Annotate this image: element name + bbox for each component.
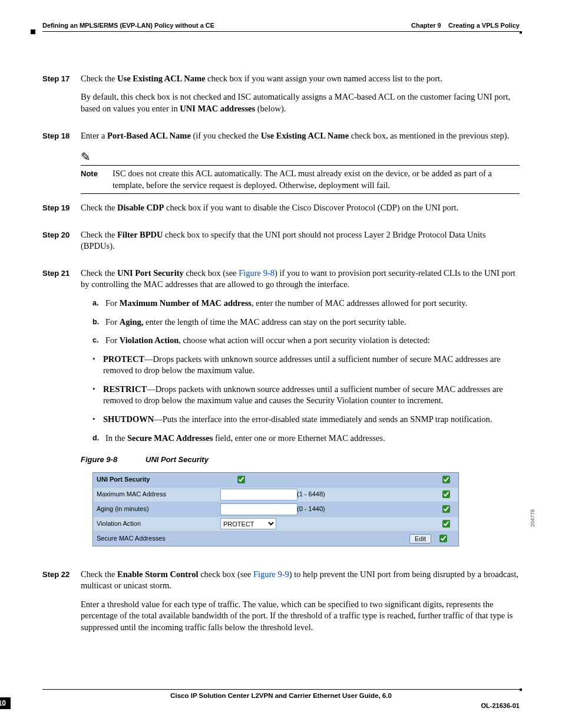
step-21: Step 21 Check the UNI Port Security chec… — [42, 268, 520, 561]
step-body: Check the Use Existing ACL Name check bo… — [81, 73, 520, 122]
step-18: Step 18 Enter a Port-Based ACL Name (if … — [42, 130, 520, 195]
document-number: OL-21636-01 — [481, 701, 520, 710]
note-block: ✎ Note ISC does not create this ACL auto… — [81, 149, 520, 194]
step-22: Step 22 Check the Enable Storm Control c… — [42, 569, 520, 641]
row-label: Secure MAC Addresses — [97, 534, 220, 543]
pencil-icon: ✎ — [81, 151, 113, 163]
step-20: Step 20 Check the Filter BPDU check box … — [42, 229, 520, 259]
step-17: Step 17 Check the Use Existing ACL Name … — [42, 73, 520, 122]
step-label: Step 21 — [42, 268, 81, 561]
editable-checkbox[interactable] — [442, 476, 450, 483]
violation-action-select[interactable]: PROTECT — [220, 518, 276, 529]
step-body: Check the Enable Storm Control check box… — [81, 569, 520, 641]
range-hint: (0 - 1440) — [297, 505, 350, 513]
step-label: Step 20 — [42, 229, 81, 259]
row-label: Aging (in minutes) — [97, 505, 220, 513]
edit-button[interactable]: Edit — [409, 534, 431, 543]
list-item: •SHUTDOWN—Puts the interface into the er… — [92, 414, 520, 426]
step-label: Step 18 — [42, 130, 81, 195]
body-content: Step 17 Check the Use Existing ACL Name … — [42, 73, 520, 641]
figure-caption: Figure 9-8UNI Port Security — [81, 454, 520, 465]
editable-checkbox[interactable] — [442, 490, 450, 498]
bullet-icon: • — [92, 384, 103, 407]
paragraph: Check the Use Existing ACL Name check bo… — [81, 73, 520, 85]
paragraph: Enter a threshold value for each type of… — [81, 599, 520, 634]
row-label: UNI Port Security — [97, 475, 220, 484]
list-item: d.In the Secure MAC Addresses field, ent… — [92, 433, 520, 444]
step-body: Check the UNI Port Security check box (s… — [81, 268, 520, 561]
max-mac-input[interactable] — [220, 489, 297, 500]
table-row: UNI Port Security — [93, 473, 458, 487]
step-label: Step 22 — [42, 569, 81, 641]
header-section: Defining an MPLS/ERMS (EVP-LAN) Policy w… — [42, 21, 214, 30]
step-19: Step 19 Check the Disable CDP check box … — [42, 202, 520, 221]
paragraph: Enter a Port-Based ACL Name (if you chec… — [81, 130, 520, 142]
ordered-sublist: a.For Maximum Number of MAC address, ent… — [81, 298, 520, 347]
step-label: Step 19 — [42, 202, 81, 221]
paragraph: Check the Disable CDP check box if you w… — [81, 202, 520, 214]
step-body: Enter a Port-Based ACL Name (if you chec… — [81, 130, 520, 195]
bullet-icon: • — [92, 414, 103, 426]
page: Defining an MPLS/ERMS (EVP-LAN) Policy w… — [0, 0, 562, 728]
bullet-icon: • — [92, 354, 103, 377]
row-label: Violation Action — [97, 519, 220, 528]
running-header: Defining an MPLS/ERMS (EVP-LAN) Policy w… — [42, 21, 520, 30]
step-body: Check the Disable CDP check box if you w… — [81, 202, 520, 221]
paragraph: Check the Filter BPDU check box to speci… — [81, 229, 520, 252]
step-label: Step 17 — [42, 73, 81, 122]
editable-checkbox[interactable] — [442, 505, 450, 513]
guide-title: Cisco IP Solution Center L2VPN and Carri… — [42, 691, 520, 701]
step-body: Check the Filter BPDU check box to speci… — [81, 229, 520, 259]
figure-xref[interactable]: Figure 9-8 — [239, 268, 275, 278]
header-chapter: Chapter 9 Creating a VPLS Policy — [411, 21, 520, 30]
table-row: Violation Action PROTECT — [93, 516, 458, 531]
table-row: Aging (in minutes) (0 - 1440) — [93, 502, 458, 516]
uni-port-security-panel: UNI Port Security Maximum MAC Address (1… — [92, 472, 459, 546]
aging-input[interactable] — [220, 503, 297, 515]
bulleted-list: •PROTECT—Drops packets with unknown sour… — [81, 354, 520, 426]
list-item: a.For Maximum Number of MAC address, ent… — [92, 298, 520, 309]
list-item: •PROTECT—Drops packets with unknown sour… — [92, 354, 520, 377]
ordered-sublist: d.In the Secure MAC Addresses field, ent… — [81, 433, 520, 444]
figure-9-8: UNI Port Security Maximum MAC Address (1… — [92, 472, 520, 546]
row-label: Maximum MAC Address — [97, 490, 220, 499]
page-number-badge: 9-10 — [0, 697, 11, 709]
uni-port-security-checkbox[interactable] — [237, 476, 245, 483]
figure-id: 204778 — [529, 509, 536, 527]
range-hint: (1 - 6448) — [297, 490, 350, 499]
list-item: c.For Violation Action, choose what acti… — [92, 335, 520, 347]
paragraph: Check the Enable Storm Control check box… — [81, 569, 520, 592]
note-text: ISC does not create this ACL automatical… — [113, 168, 520, 191]
editable-checkbox[interactable] — [442, 520, 450, 528]
page-footer: Cisco IP Solution Center L2VPN and Carri… — [42, 689, 520, 701]
table-row: Maximum MAC Address (1 - 6448) — [93, 487, 458, 502]
figure-xref[interactable]: Figure 9-9 — [253, 569, 289, 579]
table-row: Secure MAC Addresses Edit — [93, 531, 458, 546]
list-item: b.For Aging, enter the length of time th… — [92, 317, 520, 328]
note-label: Note — [81, 168, 113, 191]
paragraph: Check the UNI Port Security check box (s… — [81, 268, 520, 291]
paragraph: By default, this check box is not checke… — [81, 91, 520, 114]
list-item: •RESTRICT—Drops packets with unknown sou… — [92, 384, 520, 407]
editable-checkbox[interactable] — [439, 535, 447, 542]
header-rule — [42, 31, 520, 32]
